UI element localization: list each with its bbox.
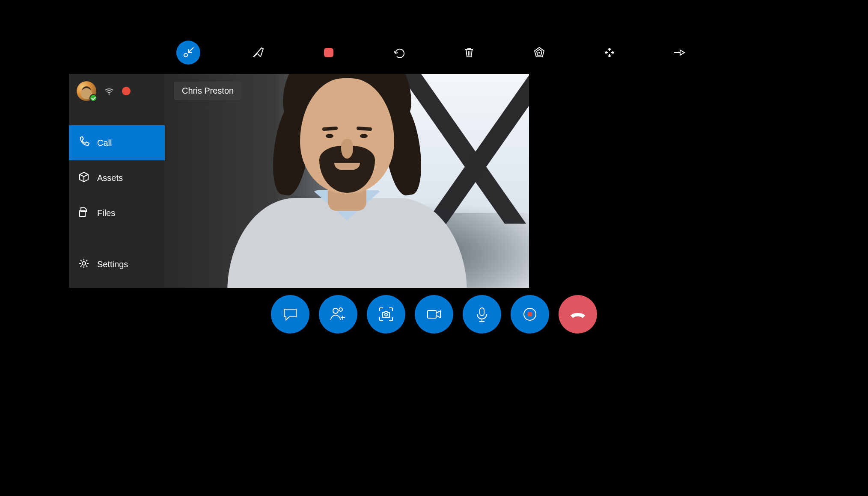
polygon-icon (533, 46, 546, 59)
pen-icon (252, 46, 265, 59)
svg-point-6 (82, 262, 86, 265)
main-panel: Call Assets Files Settings (69, 74, 529, 288)
files-icon (78, 207, 89, 219)
expand-icon (603, 47, 615, 59)
presence-badge (89, 94, 97, 102)
participant-name-badge: Chris Preston (174, 82, 241, 100)
record-icon (522, 307, 538, 322)
hangup-button[interactable] (559, 295, 597, 334)
svg-rect-1 (324, 48, 333, 57)
sidebar: Call Assets Files Settings (69, 74, 165, 288)
video-button[interactable] (415, 295, 453, 334)
collapse-button[interactable] (176, 41, 200, 65)
gear-icon (78, 258, 89, 271)
mic-button[interactable] (463, 295, 501, 334)
wifi-icon (104, 85, 114, 97)
svg-point-9 (385, 313, 387, 316)
undo-icon (393, 47, 405, 59)
chat-button[interactable] (271, 295, 309, 334)
avatar[interactable] (77, 81, 96, 101)
chat-icon (282, 306, 299, 323)
sidebar-header (69, 74, 165, 108)
add-participant-button[interactable] (319, 295, 357, 334)
sidebar-item-assets[interactable]: Assets (69, 160, 165, 195)
undo-button[interactable] (387, 41, 411, 65)
sidebar-item-label: Settings (97, 260, 128, 269)
record-button[interactable] (511, 295, 549, 334)
svg-rect-13 (528, 312, 532, 316)
svg-point-4 (538, 52, 540, 53)
mic-icon (473, 306, 490, 323)
trash-button[interactable] (457, 41, 481, 65)
svg-point-5 (109, 94, 110, 95)
sidebar-item-call[interactable]: Call (69, 125, 165, 160)
svg-point-0 (184, 53, 187, 57)
call-controls (0, 295, 868, 334)
hangup-icon (568, 304, 588, 324)
svg-point-7 (333, 308, 338, 313)
pin-button[interactable] (668, 41, 692, 65)
sidebar-item-files[interactable]: Files (69, 195, 165, 230)
sidebar-item-settings[interactable]: Settings (69, 247, 165, 282)
collapse-icon (182, 46, 195, 59)
capture-button[interactable] (367, 295, 405, 334)
package-icon (78, 171, 89, 184)
add-participant-icon (329, 305, 347, 323)
sidebar-item-label: Call (97, 138, 112, 148)
sidebar-item-label: Assets (97, 173, 123, 183)
stop-icon (323, 47, 334, 58)
svg-rect-10 (428, 310, 436, 318)
svg-rect-11 (480, 308, 484, 316)
trash-icon (463, 47, 475, 59)
pin-icon (673, 47, 686, 58)
video-feed: Chris Preston (165, 74, 529, 288)
sidebar-item-label: Files (97, 208, 115, 218)
expand-button[interactable] (597, 41, 621, 65)
top-toolbar (0, 41, 868, 65)
svg-point-8 (339, 308, 342, 311)
stop-button[interactable] (317, 41, 341, 65)
record-indicator-icon (122, 87, 131, 95)
polygon-button[interactable] (527, 41, 551, 65)
capture-icon (377, 305, 395, 323)
pen-button[interactable] (247, 41, 271, 65)
video-icon (425, 305, 443, 323)
phone-icon (78, 136, 89, 149)
